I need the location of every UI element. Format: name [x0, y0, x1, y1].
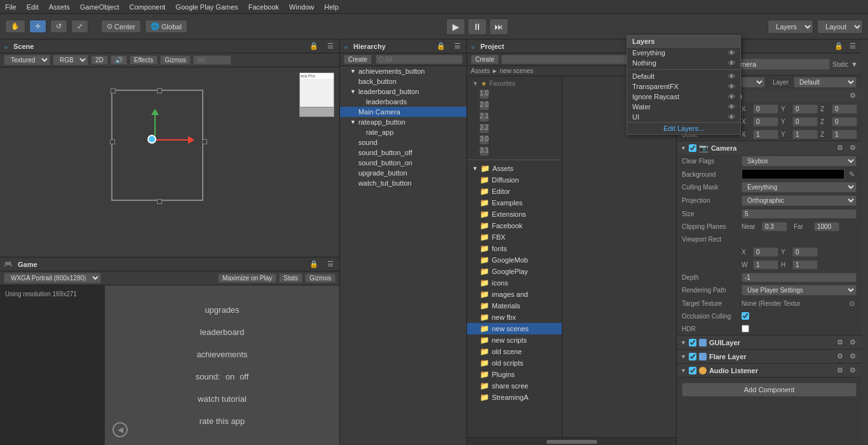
layer-select[interactable]: Default — [794, 77, 857, 88]
hier-item-rateapp[interactable]: ▼rateapp_button — [340, 117, 466, 127]
menu-facebook[interactable]: Facebook — [243, 2, 284, 12]
scene-viewport[interactable]: era Pro — [0, 67, 339, 257]
move-tool-btn[interactable]: ✛ — [29, 20, 46, 33]
rot-z-input[interactable] — [832, 117, 857, 127]
scale-x-input[interactable] — [753, 130, 778, 139]
project-create-dropdown[interactable]: Create — [471, 55, 499, 64]
scene-lock-btn[interactable]: 🔒 — [308, 41, 320, 51]
hier-item-upgrade[interactable]: ▼upgrade_button — [340, 168, 466, 178]
near-input[interactable] — [762, 222, 787, 231]
proj-googlemob[interactable]: 📁GoogleMob — [467, 254, 562, 266]
layers-row-everything[interactable]: Everything 👁 — [627, 48, 740, 58]
background-color-swatch[interactable] — [742, 169, 844, 179]
hier-item-sound-off[interactable]: ▼sound_button_off — [340, 147, 466, 158]
layers-row-transparentfx[interactable]: TransparentFX 👁 — [627, 81, 740, 92]
play-btn[interactable]: ▶ — [446, 18, 465, 35]
scene-audio-btn[interactable]: 🔊 — [111, 55, 127, 65]
menu-assets[interactable]: Assets — [44, 2, 75, 12]
menu-gameobject[interactable]: GameObject — [75, 2, 125, 12]
handle-top-left[interactable] — [111, 88, 116, 93]
scale-tool-btn[interactable]: ⤢ — [71, 20, 88, 33]
proj-examples[interactable]: 📁Examples — [467, 197, 562, 209]
vr-w-input[interactable] — [753, 260, 778, 270]
proj-diffusion[interactable]: 📁Diffusion — [467, 174, 562, 186]
scene-mode-select[interactable]: Textured — [4, 55, 50, 65]
scene-effects-btn[interactable]: Effects — [130, 55, 158, 65]
menu-help[interactable]: Help — [319, 2, 344, 12]
edit-layers-btn[interactable]: Edit Layers... — [627, 122, 740, 134]
layers-row-nothing[interactable]: Nothing 👁 — [627, 58, 740, 68]
project-scrollbar[interactable] — [467, 437, 676, 445]
audio-ref-btn[interactable]: ⚙ — [835, 366, 845, 375]
hdr-checkbox[interactable] — [742, 325, 749, 332]
hierarchy-lock-btn[interactable]: 🔒 — [435, 41, 447, 51]
fav-item-30[interactable]: 3.0 — [467, 134, 562, 146]
scene-search-input[interactable] — [193, 55, 231, 65]
scene-gizmos-btn[interactable]: Gizmos — [160, 55, 191, 65]
hand-tool-btn[interactable]: ✋ — [5, 20, 25, 33]
proj-facebook[interactable]: 📁Facebook — [467, 220, 562, 231]
audio-checkbox[interactable] — [689, 367, 696, 374]
game-back-btn[interactable]: ◀ — [112, 422, 128, 437]
audio-section-header[interactable]: ▼ Audio Listener ⚙ ⚙ — [677, 364, 862, 377]
menu-file[interactable]: File — [0, 2, 22, 12]
camera-object[interactable] — [147, 135, 156, 144]
game-resolution-select[interactable]: WXGA Portrait (800x1280) — [4, 273, 101, 284]
target-texture-pick-btn[interactable]: ⊙ — [847, 299, 857, 308]
fav-item-31[interactable]: 3.1 — [467, 146, 562, 157]
proj-googleplay[interactable]: 📁GooglePlay — [467, 266, 562, 277]
clear-flags-select[interactable]: Skybox — [742, 156, 857, 167]
menu-edit[interactable]: Edit — [22, 2, 44, 12]
hier-item-back[interactable]: ▼back_button — [340, 76, 466, 86]
proj-new-fbx[interactable]: 📁new fbx — [467, 312, 562, 323]
layers-row-water[interactable]: Water 👁 — [627, 102, 740, 112]
fav-item-20[interactable]: 2.0 — [467, 100, 562, 111]
proj-favorites-header[interactable]: ▼★ Favorites — [467, 79, 562, 88]
rotate-tool-btn[interactable]: ↺ — [50, 20, 67, 33]
layers-row-default[interactable]: Default 👁 — [627, 71, 740, 81]
flare-section-header[interactable]: ▼ Flare Layer ⚙ ⚙ — [677, 350, 862, 363]
pos-z-input[interactable] — [832, 104, 857, 114]
stats-btn[interactable]: Stats — [279, 273, 302, 283]
guilayer-ref-btn[interactable]: ⚙ — [835, 338, 845, 347]
hier-item-leaderboard-btn[interactable]: ▼leaderboard_button — [340, 86, 466, 97]
layout-dropdown[interactable]: Layout — [817, 20, 863, 34]
culling-mask-select[interactable]: Everything — [742, 182, 857, 193]
static-dropdown-icon[interactable]: ▼ — [851, 60, 858, 68]
center-btn[interactable]: ⊙ Center — [101, 20, 141, 33]
proj-images[interactable]: 📁images and — [467, 289, 562, 300]
occlusion-checkbox[interactable] — [742, 312, 749, 320]
proj-old-scripts[interactable]: 📁old scripts — [467, 357, 562, 369]
audio-settings-btn[interactable]: ⚙ — [848, 366, 858, 375]
handle-left[interactable] — [110, 139, 115, 144]
scene-2d-btn[interactable]: 2D — [91, 55, 108, 65]
guilayer-checkbox[interactable] — [689, 339, 696, 346]
fav-item-21[interactable]: 2.1 — [467, 111, 562, 123]
camera-settings-btn[interactable]: ⚙ — [848, 143, 858, 153]
projection-select[interactable]: Orthographic — [742, 195, 857, 206]
hier-item-rate-app[interactable]: ▼rate_app — [340, 127, 466, 137]
proj-editor[interactable]: 📁Editor — [467, 186, 562, 197]
step-btn[interactable]: ⏭ — [489, 18, 508, 35]
proj-old-scene[interactable]: 📁old scene — [467, 346, 562, 357]
camera-ref-btn[interactable]: ⚙ — [835, 143, 845, 153]
proj-share[interactable]: 📁share scree — [467, 380, 562, 392]
pause-btn[interactable]: ⏸ — [468, 18, 487, 35]
proj-plugins[interactable]: 📁Plugins — [467, 369, 562, 380]
proj-fbx[interactable]: 📁FBX — [467, 231, 562, 243]
hier-item-sound-on[interactable]: ▼sound_button_on — [340, 158, 466, 168]
add-component-btn[interactable]: Add Component — [682, 383, 857, 397]
camera-section-checkbox[interactable] — [689, 144, 696, 152]
menu-window[interactable]: Window — [284, 2, 319, 12]
project-search-input[interactable] — [501, 55, 644, 64]
size-input[interactable] — [742, 209, 857, 219]
scene-color-select[interactable]: RGB — [53, 55, 88, 65]
guilayer-settings-btn[interactable]: ⚙ — [848, 338, 858, 347]
flare-checkbox[interactable] — [689, 353, 696, 360]
vr-h-input[interactable] — [792, 260, 818, 270]
hier-item-achievements[interactable]: ▼achievements_button — [340, 66, 466, 76]
hier-item-sound[interactable]: ▼sound — [340, 137, 466, 147]
hierarchy-menu-btn[interactable]: ☰ — [452, 41, 463, 51]
game-gizmos-btn[interactable]: Gizmos — [305, 273, 336, 283]
layers-row-ignore-raycast[interactable]: Ignore Raycast 👁 — [627, 92, 740, 102]
